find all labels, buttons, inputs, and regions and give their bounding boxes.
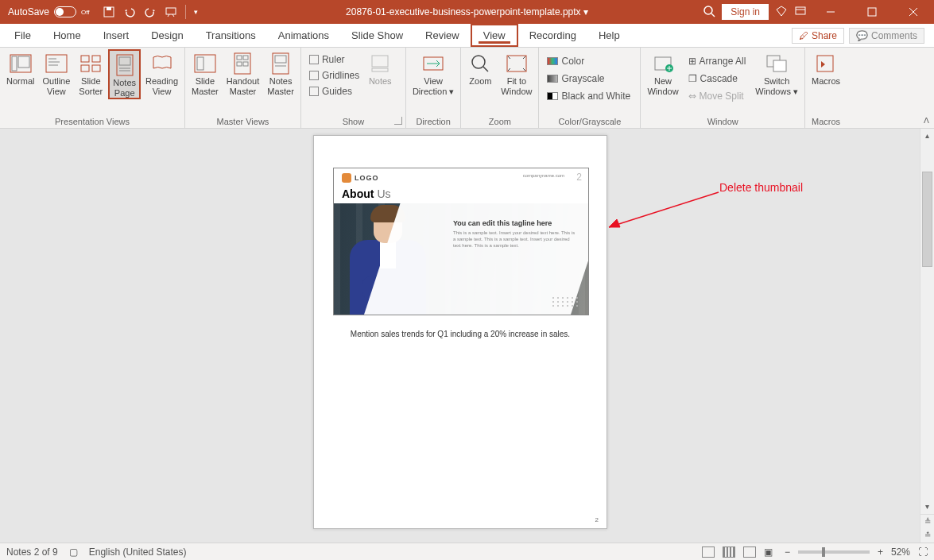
svg-rect-30 [243, 56, 248, 60]
svg-rect-48 [817, 56, 833, 71]
outline-view-button[interactable]: OutlineView [39, 49, 73, 96]
slideshow-start-icon[interactable] [165, 6, 177, 18]
prev-slide-icon[interactable]: ≜ [920, 514, 934, 528]
next-slide-icon[interactable]: ≛ [920, 528, 934, 543]
notes-master-button[interactable]: NotesMaster [264, 49, 297, 96]
slide-thumbnail[interactable]: LOGO companyname.com 2 AboutUs You can e… [333, 168, 589, 315]
autosave-label: AutoSave [8, 6, 49, 17]
svg-point-39 [472, 56, 485, 68]
tab-animations[interactable]: Animations [267, 24, 340, 47]
logo-text: LOGO [355, 174, 379, 182]
tab-view[interactable]: View [471, 24, 518, 47]
tab-transitions[interactable]: Transitions [195, 24, 267, 47]
svg-rect-23 [119, 57, 130, 65]
normal-view-status-icon[interactable] [702, 546, 715, 558]
diamond-icon[interactable] [775, 5, 788, 20]
svg-rect-1 [107, 7, 111, 10]
customize-qat-icon[interactable]: ▾ [194, 8, 198, 16]
svg-rect-12 [12, 56, 17, 71]
notes-page-workspace: LOGO companyname.com 2 AboutUs You can e… [0, 129, 934, 543]
slide-master-button[interactable]: SlideMaster [188, 49, 222, 96]
zoom-button[interactable]: Zoom [464, 49, 496, 87]
scroll-down-icon[interactable]: ▾ [920, 500, 934, 514]
tab-slideshow[interactable]: Slide Show [340, 24, 414, 47]
cascade-button[interactable]: ❐Cascade [685, 70, 750, 87]
autosave-state: Off [81, 9, 90, 16]
status-language[interactable]: English (United States) [89, 546, 187, 558]
normal-view-button[interactable]: Normal [3, 49, 37, 87]
ribbon-display-icon[interactable] [794, 5, 807, 20]
tab-file[interactable]: File [3, 24, 42, 47]
accessibility-icon[interactable]: ▢ [69, 546, 78, 558]
notes-page[interactable]: LOGO companyname.com 2 AboutUs You can e… [313, 135, 607, 529]
zoom-in-button[interactable]: + [878, 546, 883, 558]
color-button[interactable]: Color [544, 52, 587, 70]
speaker-notes-text[interactable]: Mention sales trends for Q1 including a … [314, 330, 607, 338]
slide-master-icon [194, 52, 216, 75]
tab-home[interactable]: Home [42, 24, 92, 47]
collapse-ribbon-icon[interactable]: ᐱ [924, 116, 929, 125]
svg-rect-29 [237, 56, 242, 60]
svg-line-49 [609, 192, 719, 227]
zoom-out-button[interactable]: − [785, 546, 790, 558]
minimize-button[interactable] [813, 0, 848, 24]
view-direction-button[interactable]: ViewDirection ▾ [409, 49, 457, 96]
new-window-button[interactable]: NewWindow [644, 49, 681, 96]
svg-rect-21 [92, 65, 100, 71]
tab-review[interactable]: Review [414, 24, 471, 47]
tab-help[interactable]: Help [587, 24, 631, 47]
svg-rect-18 [81, 56, 89, 62]
grayscale-button[interactable]: Grayscale [544, 70, 607, 87]
tab-design[interactable]: Design [140, 24, 194, 47]
scroll-up-icon[interactable]: ▴ [920, 129, 934, 143]
switch-windows-button[interactable]: SwitchWindows ▾ [752, 49, 801, 96]
group-window: NewWindow ⊞Arrange All ❐Cascade ⇔Move Sp… [641, 48, 805, 128]
save-icon[interactable] [103, 6, 115, 18]
maximize-button[interactable] [855, 0, 889, 24]
slideshow-status-icon[interactable]: ▣ [764, 546, 777, 558]
arrange-all-button[interactable]: ⊞Arrange All [685, 52, 750, 70]
reading-view-status-icon[interactable] [743, 546, 756, 558]
sorter-view-status-icon[interactable] [723, 546, 735, 558]
notes-page-button[interactable]: NotesPage [108, 49, 141, 99]
guides-checkbox[interactable]: Guides [308, 84, 359, 98]
macros-button[interactable]: Macros [808, 49, 843, 87]
group-direction: ViewDirection ▾ Direction [406, 48, 461, 128]
search-icon[interactable] [703, 5, 715, 20]
signin-button[interactable]: Sign in [722, 4, 769, 20]
handout-master-button[interactable]: HandoutMaster [223, 49, 263, 96]
fit-to-window-status-icon[interactable]: ⛶ [918, 546, 928, 558]
cascade-icon: ❐ [688, 73, 697, 84]
normal-view-icon [10, 52, 32, 75]
autosave-toggle[interactable]: AutoSave Off [8, 6, 90, 17]
bw-button[interactable]: Black and White [544, 87, 634, 105]
tab-insert[interactable]: Insert [92, 24, 141, 47]
tab-strip: File Home Insert Design Transitions Anim… [0, 24, 934, 48]
outline-view-icon [45, 52, 68, 75]
slide-number-badge: 2 [576, 172, 582, 183]
close-button[interactable] [896, 0, 931, 24]
arrange-icon: ⊞ [688, 56, 696, 67]
scrollbar-thumb[interactable] [922, 172, 932, 267]
tab-recording[interactable]: Recording [518, 24, 587, 47]
comments-button[interactable]: 💬Comments [849, 28, 924, 44]
show-dialog-launcher[interactable] [394, 117, 402, 125]
gridlines-checkbox[interactable]: Gridlines [308, 68, 359, 83]
reading-view-button[interactable]: ReadingView [142, 49, 181, 96]
undo-icon[interactable] [123, 6, 136, 18]
share-button[interactable]: 🖊Share [792, 28, 844, 44]
fit-to-window-button[interactable]: Fit toWindow [498, 49, 535, 96]
ruler-checkbox[interactable]: Ruler [308, 52, 359, 67]
slide-body-text: This is a sample text. Insert your desir… [453, 230, 577, 249]
svg-rect-34 [275, 56, 286, 63]
redo-icon[interactable] [144, 6, 157, 18]
slide-sorter-button[interactable]: SlideSorter [75, 49, 107, 96]
svg-point-3 [704, 6, 712, 14]
svg-rect-2 [166, 8, 176, 14]
zoom-slider[interactable] [798, 550, 870, 554]
status-notes-count[interactable]: Notes 2 of 9 [6, 546, 58, 558]
zoom-percent[interactable]: 52% [891, 546, 910, 558]
svg-line-40 [483, 67, 488, 71]
switch-windows-icon [765, 52, 788, 75]
vertical-scrollbar[interactable]: ▴ ▾ ≜ ≛ [920, 129, 934, 543]
